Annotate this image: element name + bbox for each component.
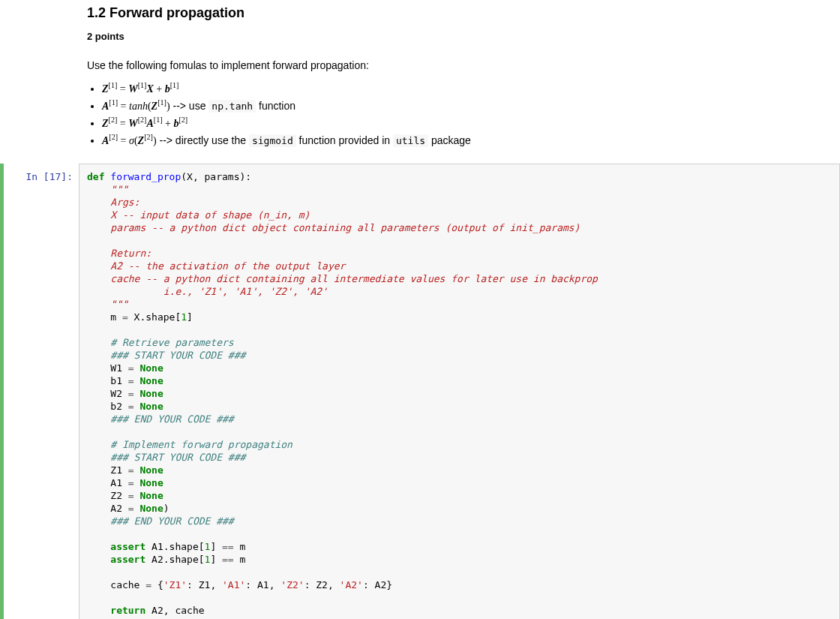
none-literal: None — [140, 362, 163, 374]
none-literal: None — [140, 477, 163, 488]
str: 'Z2' — [280, 579, 304, 590]
formula-2-after: --> use — [170, 100, 209, 112]
formula-2: A[1] = tanh(Z[1]) --> use np.tanh functi… — [102, 98, 820, 114]
formula-1: Z[1] = W[1]X + b[1] — [102, 81, 820, 97]
keyword-assert: assert — [110, 541, 146, 552]
str: 'A1' — [222, 579, 245, 590]
op-eq: = — [128, 503, 134, 514]
code-input-area[interactable]: def forward_prop(X, params): """ Args: X… — [79, 164, 840, 620]
comment: # Implement forward propagation — [87, 439, 292, 450]
comment: ### START YOUR CODE ### — [87, 350, 245, 361]
formula-list: Z[1] = W[1]X + b[1] A[1] = tanh(Z[1]) --… — [102, 81, 820, 149]
op-eq: = — [128, 401, 134, 412]
doc-line: Return: — [87, 248, 152, 259]
none-literal: None — [140, 503, 163, 514]
formula-4-mid: function provided in — [296, 134, 393, 146]
comment: # Retrieve parameters — [87, 337, 234, 348]
def-params: (X, params): — [181, 171, 251, 182]
formula-4-after: --> directly use the — [157, 134, 249, 146]
intro-text: Use the following fomulas to implement f… — [87, 58, 820, 74]
inline-code-nptanh: np.tanh — [208, 100, 256, 113]
code-text: A2, cache — [146, 605, 204, 616]
code-text: A1.shape[ — [146, 541, 204, 552]
op-eq: = — [128, 362, 134, 374]
none-literal: None — [140, 490, 163, 501]
doc-line: params -- a python dict object containin… — [87, 222, 580, 233]
op-eq: = — [128, 464, 134, 476]
docstring-open: """ — [87, 184, 128, 195]
none-literal: None — [140, 401, 163, 412]
code-text: m — [234, 554, 246, 565]
code-text: Z2 — [87, 490, 128, 501]
doc-line — [87, 235, 110, 246]
comment: ### START YOUR CODE ### — [87, 452, 245, 463]
code-text: b1 — [87, 375, 128, 386]
section-title: 1.2 Forward propagation — [87, 3, 820, 23]
doc-line: X -- input data of shape (n_in, m) — [87, 209, 310, 221]
none-literal: None — [140, 388, 163, 399]
cursor-paren: ) — [164, 503, 170, 514]
keyword-def: def — [87, 171, 104, 182]
code-text: X.shape[ — [128, 311, 181, 323]
code-text: : Z2, — [304, 579, 340, 590]
str: 'A2' — [340, 579, 363, 590]
code-text: W2 — [87, 388, 128, 399]
docstring-close: """ — [87, 299, 128, 310]
comment: ### END YOUR CODE ### — [87, 515, 234, 527]
code-text: Z1 — [87, 464, 128, 476]
op-eq: = — [146, 579, 152, 590]
formula-4: A[2] = σ(Z[2]) --> directly use the sigm… — [102, 133, 820, 149]
code-text: cache — [87, 579, 146, 590]
markdown-cell: 1.2 Forward propagation 2 points Use the… — [82, 3, 825, 149]
keyword-return: return — [110, 605, 146, 616]
code-text: A2 — [87, 503, 128, 514]
code-text: b2 — [87, 401, 128, 412]
op-eq: = — [128, 388, 134, 399]
num-1: 1 — [181, 311, 187, 323]
doc-line: Args: — [87, 197, 140, 208]
code-text: W1 — [87, 362, 128, 374]
code-text: m — [234, 541, 246, 552]
formula-4-tail: package — [428, 134, 471, 146]
code-text: : A1, — [245, 579, 280, 590]
formula-2-tail: function — [256, 100, 296, 112]
code-text: ] — [210, 541, 222, 552]
doc-line: i.e., 'Z1', 'A1', 'Z2', 'A2' — [87, 286, 328, 297]
op-eq: = — [122, 311, 128, 323]
formula-3: Z[2] = W[2]A[1] + b[2] — [102, 116, 820, 131]
op-eqeq: == — [222, 554, 234, 565]
code-text: { — [152, 579, 164, 590]
doc-line: A2 -- the activation of the output layer — [87, 260, 345, 272]
code-text: : Z1, — [187, 579, 222, 590]
input-prompt: In [17]: — [4, 164, 79, 620]
op-eq: = — [128, 375, 134, 386]
none-literal: None — [140, 464, 163, 476]
function-name: forward_prop — [110, 171, 181, 182]
none-literal: None — [140, 375, 163, 386]
str: 'Z1' — [164, 579, 187, 590]
op-eq: = — [128, 490, 134, 501]
code-cell: In [17]: def forward_prop(X, params): ""… — [0, 164, 840, 620]
keyword-assert: assert — [110, 554, 146, 565]
inline-code-sigmoid: sigmoid — [249, 134, 296, 147]
code-text: m — [87, 311, 122, 323]
code-text: A2.shape[ — [146, 554, 204, 565]
code-text: : A2} — [363, 579, 392, 590]
doc-line: cache -- a python dict containing all in… — [87, 273, 598, 284]
points-label: 2 points — [87, 29, 820, 44]
code-text: ] — [187, 311, 193, 323]
comment: ### END YOUR CODE ### — [87, 413, 234, 425]
code-text: A1 — [87, 477, 128, 488]
inline-code-utils: utils — [393, 134, 428, 147]
op-eqeq: == — [222, 541, 234, 552]
op-eq: = — [128, 477, 134, 488]
code-text: ] — [210, 554, 222, 565]
